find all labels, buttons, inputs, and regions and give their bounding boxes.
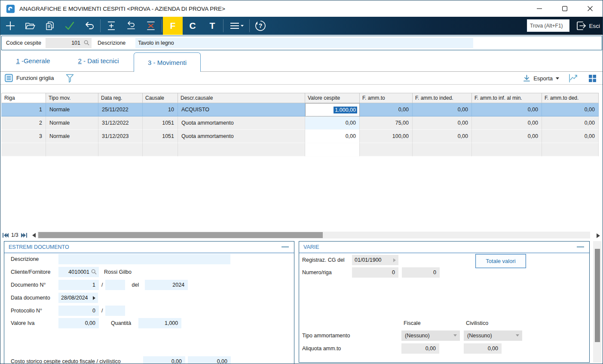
minimize-button[interactable]	[526, 0, 552, 17]
table-row[interactable]: 1 Normale 25/11/2022 10 ACQUISTO 1.000,0…	[1, 103, 599, 116]
column-header-descr-causale[interactable]: Descr.causale	[178, 93, 305, 103]
cell-f-ammto-ded[interactable]: 0,00	[542, 103, 599, 116]
column-header-f-ammto-ded[interactable]: F. amm.to ded.	[542, 93, 599, 103]
table-row-empty[interactable]	[1, 143, 599, 156]
collapse-panel-button[interactable]	[282, 246, 289, 248]
costo-storico-fiscale-input[interactable]	[143, 356, 185, 364]
numero-input[interactable]	[352, 267, 398, 278]
f-view-button[interactable]: F	[163, 17, 183, 35]
exit-button[interactable]: Esci	[576, 17, 600, 35]
cell-f-ammto-inded[interactable]: 0,00	[413, 130, 472, 143]
maximize-button[interactable]	[552, 0, 577, 17]
cell-valore-cespite[interactable]: 0,00	[305, 116, 360, 130]
cell-f-ammto[interactable]: 100,00	[360, 130, 413, 143]
cell-descr-causale[interactable]: Quota ammortamento	[178, 116, 305, 130]
chart-icon[interactable]	[569, 74, 579, 83]
horizontal-scrollbar[interactable]	[37, 232, 590, 239]
column-header-data-reg[interactable]: Data reg.	[98, 93, 143, 103]
cell-data-reg[interactable]: 31/12/2022	[98, 116, 143, 130]
cell-tipo-mov[interactable]: Normale	[46, 103, 98, 116]
cell-descr-causale[interactable]: Quota ammortamento	[178, 130, 305, 143]
cell-f-ammto-inf-al-min[interactable]: 0,00	[472, 103, 542, 116]
column-header-riga[interactable]: Riga	[1, 93, 46, 103]
descrizione-input[interactable]	[135, 38, 473, 48]
cell-riga[interactable]: 3	[1, 130, 46, 143]
find-input[interactable]	[527, 19, 569, 32]
c-view-button[interactable]: C	[183, 17, 202, 35]
documento-numero-input[interactable]	[58, 280, 99, 290]
column-header-tipo-mov[interactable]: Tipo mov.	[46, 93, 98, 103]
quantita-input[interactable]	[138, 318, 181, 328]
tab-dati-tecnici[interactable]: 2 - Dati tecnici	[74, 50, 122, 71]
cell-data-reg[interactable]: 31/12/2023	[98, 130, 143, 143]
confirm-button[interactable]	[60, 17, 80, 35]
scroll-right-button[interactable]	[597, 232, 600, 239]
t-view-button[interactable]: T	[202, 17, 222, 35]
cell-data-reg[interactable]: 25/11/2022	[98, 103, 143, 116]
filter-icon[interactable]	[66, 74, 74, 83]
close-button[interactable]	[577, 0, 603, 17]
totale-valori-button[interactable]: Totale valori	[475, 254, 526, 268]
new-record-button[interactable]	[0, 17, 20, 35]
column-header-causale[interactable]: Causale	[143, 93, 178, 103]
column-header-f-ammto-inded[interactable]: F. amm.to inded.	[413, 93, 472, 103]
cell-riga[interactable]: 2	[1, 116, 46, 130]
registraz-cg-input[interactable]: 01/01/1900	[352, 255, 398, 265]
data-documento-input[interactable]: 28/08/2024	[58, 293, 98, 303]
protocollo-input[interactable]	[58, 306, 99, 316]
cell-tipo-mov[interactable]: Normale	[46, 130, 98, 143]
cell-causale[interactable]: 10	[143, 103, 178, 116]
menu-button[interactable]	[224, 17, 248, 35]
table-row[interactable]: 2 Normale 31/12/2022 1051 Quota ammortam…	[1, 116, 599, 130]
esporta-button[interactable]: Esporta	[523, 75, 559, 82]
cell-descr-causale[interactable]: ACQUISTO	[178, 103, 305, 116]
valore-iva-input[interactable]	[58, 318, 99, 328]
horizontal-scrollbar-thumb[interactable]	[38, 232, 323, 238]
tipo-ammortamento-civilistico-select[interactable]: (Nessuno)	[464, 330, 522, 341]
cell-f-ammto-ded[interactable]: 0,00	[542, 116, 599, 130]
tipo-ammortamento-fiscale-select[interactable]: (Nessuno)	[401, 330, 460, 341]
open-record-button[interactable]	[20, 17, 40, 35]
cell-f-ammto[interactable]: 0,00	[360, 103, 413, 116]
column-header-f-ammto[interactable]: F. amm.to	[360, 93, 413, 103]
delete-row-button[interactable]	[141, 17, 161, 35]
table-row[interactable]: 3 Normale 31/12/2023 1051 Quota ammortam…	[1, 130, 599, 143]
insert-row-button[interactable]	[101, 17, 121, 35]
tab-movimenti[interactable]: 3 - Movimenti	[134, 52, 201, 72]
column-header-f-ammto-inf-al-min[interactable]: F. amm.to inf. al min.	[472, 93, 542, 103]
cell-causale[interactable]: 1051	[143, 116, 178, 130]
cell-f-ammto-inf-al-min[interactable]: 0,00	[472, 130, 542, 143]
cell-f-ammto-inded[interactable]: 0,00	[413, 103, 472, 116]
first-record-button[interactable]	[3, 231, 9, 239]
search-icon[interactable]	[84, 40, 89, 46]
collapse-panel-button[interactable]	[577, 246, 584, 248]
vertical-scrollbar-thumb[interactable]	[595, 249, 600, 342]
cell-f-ammto-ded[interactable]: 0,00	[542, 130, 599, 143]
riga-input[interactable]	[402, 267, 440, 278]
cell-f-ammto-inded[interactable]: 0,00	[413, 116, 472, 130]
tab-generale[interactable]: 1 -Generale	[13, 50, 53, 71]
search-icon[interactable]	[91, 269, 97, 275]
last-record-button[interactable]	[21, 231, 27, 239]
costo-storico-civilistico-input[interactable]	[188, 356, 231, 364]
cell-f-ammto[interactable]: 75,00	[360, 116, 413, 130]
cell-riga[interactable]: 1	[1, 103, 46, 116]
funzioni-griglia-button[interactable]: Funzioni griglia	[5, 74, 54, 82]
help-button[interactable]: ?	[251, 17, 270, 35]
copy-record-button[interactable]	[40, 17, 60, 35]
aliquota-civilistico-input[interactable]	[464, 343, 502, 354]
anno-documento-input[interactable]	[145, 280, 188, 290]
restore-row-button[interactable]	[121, 17, 141, 35]
cell-tipo-mov[interactable]: Normale	[46, 116, 98, 130]
scroll-left-button[interactable]	[32, 231, 36, 239]
cell-valore-cespite-editing[interactable]: 1.000,00	[305, 103, 360, 116]
cell-f-ammto-inf-al-min[interactable]: 0,00	[472, 116, 542, 130]
cell-valore-cespite[interactable]: 0,00	[305, 130, 360, 143]
cell-causale[interactable]: 1051	[143, 130, 178, 143]
undo-button[interactable]	[80, 17, 99, 35]
protocollo-bis-input[interactable]	[105, 306, 125, 316]
layout-grid-icon[interactable]	[588, 74, 597, 83]
aliquota-fiscale-input[interactable]	[401, 343, 439, 354]
vertical-scrollbar[interactable]	[593, 241, 602, 363]
date-picker-arrow-icon[interactable]	[93, 296, 95, 300]
